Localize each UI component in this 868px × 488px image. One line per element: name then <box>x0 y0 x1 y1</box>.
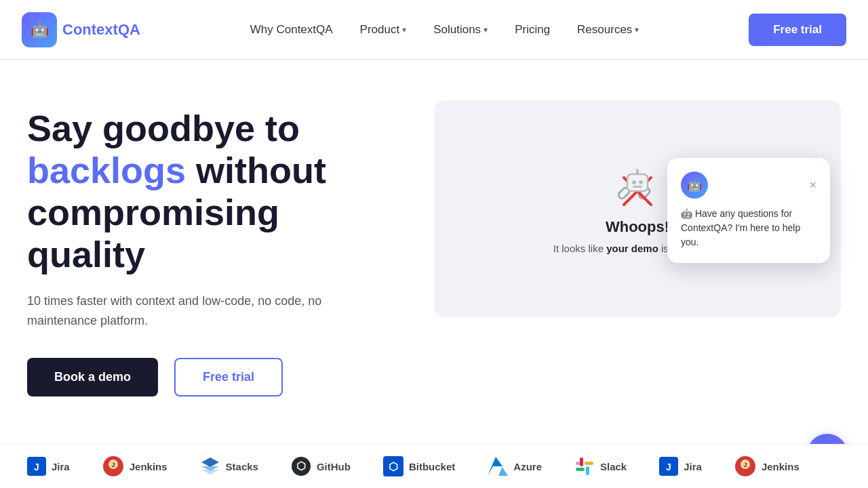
brand-stack: Stacks <box>200 456 258 476</box>
svg-rect-4 <box>627 174 648 191</box>
logo[interactable]: 🤖 ContextQA <box>22 12 140 47</box>
svg-text:⬡: ⬡ <box>389 461 398 472</box>
svg-rect-28 <box>576 462 580 465</box>
svg-point-6 <box>639 180 643 184</box>
jenkins-icon: J <box>102 455 124 477</box>
jenkins-2-icon: J <box>734 455 756 477</box>
free-trial-button[interactable]: Free trial <box>174 358 283 396</box>
book-demo-button[interactable]: Book a demo <box>27 358 158 396</box>
chatbot-avatar: 🤖 <box>681 171 708 199</box>
azure-icon <box>488 457 508 476</box>
svg-text:J: J <box>743 462 747 468</box>
slack-icon <box>574 456 595 476</box>
svg-rect-25 <box>586 466 589 475</box>
hero-right: Whoops! It looks like your demo is not a… <box>434 100 841 317</box>
bitbucket-icon: ⬡ <box>383 456 403 476</box>
brand-jenkins-2: J Jenkins <box>734 455 800 477</box>
svg-text:⬡: ⬡ <box>296 460 306 472</box>
svg-rect-26 <box>576 468 585 471</box>
svg-rect-24 <box>580 458 583 466</box>
hero-title: Say goodbye to backlogs without compromi… <box>27 107 407 275</box>
brand-bitbucket: ⬡ Bitbucket <box>383 456 455 476</box>
chatbot-message: 🤖 Have any questions for ContextQA? I'm … <box>681 207 816 249</box>
chatbot-header: 🤖 × <box>681 171 816 199</box>
nav-solutions[interactable]: Solutions ▾ <box>433 23 488 37</box>
svg-rect-7 <box>633 186 642 188</box>
chatbot-close-button[interactable]: × <box>809 179 816 191</box>
brand-jira-1: J Jira <box>27 457 70 476</box>
solutions-chevron-icon: ▾ <box>484 25 488 35</box>
broken-link-icon <box>610 164 665 218</box>
svg-rect-27 <box>585 462 593 465</box>
jira-icon: J <box>27 457 46 476</box>
demo-panel: Whoops! It looks like your demo is not a… <box>434 100 841 317</box>
hero-subtitle: 10 times faster with context and low-cod… <box>27 291 353 331</box>
chatbot-bubble: 🤖 × 🤖 Have any questions for ContextQA? … <box>667 158 830 263</box>
svg-marker-17 <box>201 470 219 474</box>
svg-point-5 <box>632 180 636 184</box>
hero-buttons: Book a demo Free trial <box>27 358 407 396</box>
brand-github: ⬡ GitHub <box>291 456 351 476</box>
nav-why-contextqa[interactable]: Why ContextQA <box>250 23 333 37</box>
demo-whoops-text: Whoops! <box>606 218 669 236</box>
hero-left: Say goodbye to backlogs without compromi… <box>27 100 407 396</box>
nav-product[interactable]: Product ▾ <box>360 23 407 37</box>
svg-marker-15 <box>201 458 219 467</box>
svg-text:J: J <box>666 462 671 472</box>
nav-free-trial-button[interactable]: Free trial <box>749 14 846 46</box>
svg-text:J: J <box>111 462 115 468</box>
nav-resources[interactable]: Resources ▾ <box>577 23 639 37</box>
hero-highlight: backlogs <box>27 150 186 190</box>
brand-jira-2: J Jira <box>659 457 702 476</box>
nav-links: Why ContextQA Product ▾ Solutions ▾ Pric… <box>250 23 639 37</box>
github-icon: ⬡ <box>291 456 311 476</box>
nav-pricing[interactable]: Pricing <box>515 23 550 37</box>
logo-icon: 🤖 <box>22 12 57 47</box>
jira-2-icon: J <box>659 457 678 476</box>
svg-text:J: J <box>34 462 39 472</box>
svg-point-9 <box>636 169 639 171</box>
brand-azure: Azure <box>488 457 542 476</box>
brand-jenkins: J Jenkins <box>102 455 167 477</box>
brands-bar: J Jira J Jenkins Stacks ⬡ GitHub ⬡ Bitbu… <box>0 444 868 488</box>
logo-text: ContextQA <box>62 21 140 39</box>
brand-slack: Slack <box>574 456 627 476</box>
hero-section: Say goodbye to backlogs without compromi… <box>0 60 868 396</box>
resources-chevron-icon: ▾ <box>635 25 639 35</box>
navbar: 🤖 ContextQA Why ContextQA Product ▾ Solu… <box>0 0 868 60</box>
stack-icon <box>200 456 220 476</box>
product-chevron-icon: ▾ <box>402 25 406 35</box>
